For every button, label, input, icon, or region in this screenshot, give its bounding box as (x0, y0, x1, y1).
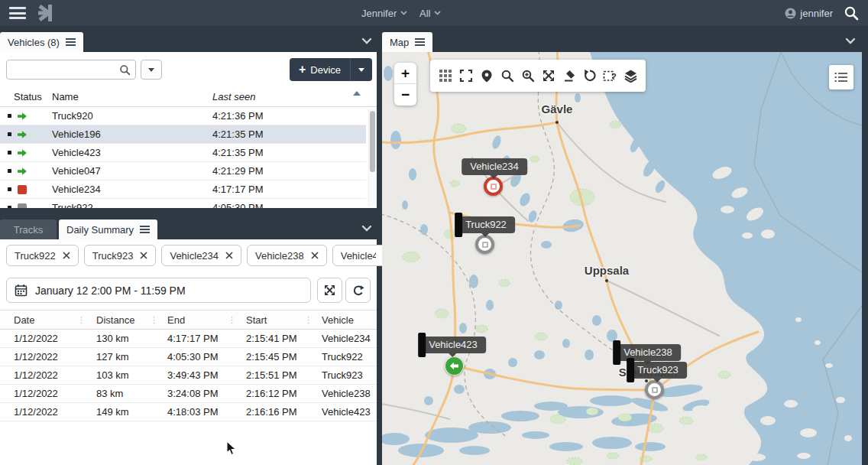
close-icon[interactable] (63, 252, 70, 259)
add-device-dropdown[interactable] (350, 58, 372, 81)
row-marker (8, 187, 11, 191)
column-menu-icon[interactable]: ⋮ (77, 315, 86, 325)
col-date[interactable]: Date (14, 314, 34, 326)
vehicles-list: Truck920 4:21:36 PM Vehicle196 4:21:35 P… (0, 107, 366, 208)
add-device-button[interactable]: + Device (290, 58, 350, 81)
chip-label: Truck923 (92, 250, 134, 262)
map-search-button[interactable] (497, 63, 517, 89)
date-range-input[interactable]: January 12 2:00 PM - 11:59 PM (6, 278, 311, 303)
tab-daily-summary[interactable]: Daily Summary (59, 219, 157, 239)
chip-truck922[interactable]: Truck922 (6, 245, 79, 266)
eraser-button[interactable] (559, 63, 579, 89)
chip-vehicle234[interactable]: Vehicle234 (161, 245, 241, 266)
vehicle-row[interactable]: Vehicle047 4:21:29 PM (0, 162, 366, 180)
map-label-vehicle423[interactable]: Vehicle423 (420, 337, 486, 353)
scope-dropdown[interactable]: All (419, 0, 441, 26)
col-status[interactable]: Status (14, 91, 42, 102)
map-label-truck923[interactable]: Truck923 (629, 362, 687, 379)
identify-area-button[interactable]: ? (600, 63, 620, 89)
column-menu-icon[interactable]: ⋮ (150, 315, 158, 325)
vehicle-row-selected[interactable]: Vehicle196 4:21:35 PM (0, 125, 366, 144)
sort-ascending-icon[interactable] (353, 91, 361, 96)
scrollbar-thumb[interactable] (370, 111, 375, 172)
col-name[interactable]: Name (52, 91, 79, 102)
top-bar: Jennifer All jennifer (0, 0, 868, 26)
refresh-button[interactable] (345, 278, 371, 303)
user-menu[interactable]: jennifer (785, 0, 833, 26)
moving-arrow-icon (17, 111, 28, 122)
cell-start: 2:16:16 PM (246, 406, 297, 418)
map-collapse-chevron-icon[interactable] (845, 37, 856, 45)
close-icon[interactable] (311, 252, 319, 259)
city-label-gavle: Gävle (538, 102, 576, 115)
col-vehicle[interactable]: Vehicle (322, 314, 354, 326)
tab-vehicles[interactable]: Vehicles (8) (0, 32, 83, 52)
add-pin-button[interactable] (476, 63, 497, 89)
vehicle-last-seen: 4:21:36 PM (212, 110, 264, 122)
tab-menu-icon[interactable] (66, 38, 76, 46)
table-row[interactable]: 1/12/2022127 km4:05:30 PM2:15:45 PMTruck… (0, 348, 377, 366)
map-legend-button[interactable] (829, 65, 853, 89)
search-icon (119, 64, 131, 76)
vehicle-name: Vehicle047 (52, 165, 101, 177)
tracks-collapse-chevron-icon[interactable] (361, 225, 372, 232)
cell-start: 2:15:45 PM (246, 351, 297, 363)
chip-vehicle238[interactable]: Vehicle238 (247, 245, 327, 266)
vehicle-row[interactable]: Truck922 4:05:30 PM (0, 199, 366, 208)
layers-button[interactable] (620, 63, 641, 89)
moving-arrow-icon (17, 166, 28, 177)
tab-tracks[interactable]: Tracks (0, 219, 57, 239)
zoom-out-button[interactable]: − (394, 84, 416, 106)
undo-button[interactable] (579, 63, 600, 89)
zoom-area-button[interactable] (517, 63, 538, 89)
map-panel[interactable]: Gävle Uppsala Stockholm Vehicle234 Truck… (382, 52, 862, 465)
vehicles-scrollbar[interactable] (368, 109, 376, 206)
fit-tracks-button[interactable] (317, 278, 342, 303)
map-label-truck922[interactable]: Truck922 (457, 216, 515, 233)
expand-view-button[interactable] (538, 63, 559, 89)
operator-dropdown[interactable]: Jennifer (361, 0, 407, 26)
search-filter-dropdown[interactable] (141, 60, 162, 80)
vehicle-search-input[interactable] (6, 60, 136, 80)
zoom-in-button[interactable]: + (394, 63, 416, 84)
vehicles-collapse-chevron-icon[interactable] (361, 37, 372, 45)
daily-summary-panel: Truck922 Truck923 Vehicle234 Vehicle238 … (0, 239, 377, 465)
tab-daily-summary-label: Daily Summary (66, 224, 134, 236)
col-distance[interactable]: Distance (96, 314, 135, 326)
table-row[interactable]: 1/12/2022130 km4:17:17 PM2:15:41 PMVehic… (0, 330, 377, 348)
fit-bounds-button[interactable] (455, 63, 476, 89)
cell-distance: 103 km (96, 369, 129, 381)
tab-menu-icon[interactable] (140, 226, 150, 233)
add-device-label: Device (310, 64, 341, 76)
stopped-square-icon (18, 185, 27, 194)
vehicle-row[interactable]: Vehicle234 4:17:17 PM (0, 180, 366, 199)
arrow-left-icon (449, 362, 459, 370)
main-menu-icon[interactable] (9, 7, 26, 19)
col-last-seen[interactable]: Last seen (212, 91, 255, 102)
vehicle-last-seen: 4:17:17 PM (212, 184, 264, 195)
cell-distance: 127 km (96, 351, 129, 363)
map-canvas[interactable] (382, 52, 862, 465)
date-range-label: January 12 2:00 PM - 11:59 PM (35, 285, 186, 297)
vehicle-row[interactable]: Truck920 4:21:36 PM (0, 107, 366, 125)
cell-vehicle: Vehicle423 (322, 406, 371, 418)
vehicle-last-seen: 4:05:30 PM (212, 202, 264, 208)
column-menu-icon[interactable]: ⋮ (304, 315, 313, 325)
col-end[interactable]: End (167, 314, 185, 326)
cell-date: 1/12/2022 (14, 369, 58, 381)
close-icon[interactable] (225, 252, 233, 259)
col-start[interactable]: Start (246, 314, 267, 326)
tab-map[interactable]: Map (382, 32, 432, 52)
close-icon[interactable] (140, 252, 147, 259)
column-menu-icon[interactable]: ⋮ (228, 315, 236, 325)
vehicle-row[interactable]: Vehicle423 4:21:35 PM (0, 144, 366, 162)
tab-menu-icon[interactable] (415, 38, 425, 46)
table-row[interactable]: 1/12/202283 km3:24:08 PM2:16:12 PMVehicl… (0, 385, 377, 403)
map-label-vehicle234[interactable]: Vehicle234 (462, 158, 527, 175)
grid-view-button[interactable] (435, 63, 455, 89)
table-row[interactable]: 1/12/2022149 km4:18:03 PM2:16:16 PMVehic… (0, 403, 377, 421)
map-label-vehicle238[interactable]: Vehicle238 (615, 344, 681, 361)
search-icon[interactable] (844, 5, 859, 21)
chip-truck923[interactable]: Truck923 (84, 245, 157, 266)
table-row[interactable]: 1/12/2022103 km3:49:43 PM2:15:51 PMTruck… (0, 366, 377, 385)
